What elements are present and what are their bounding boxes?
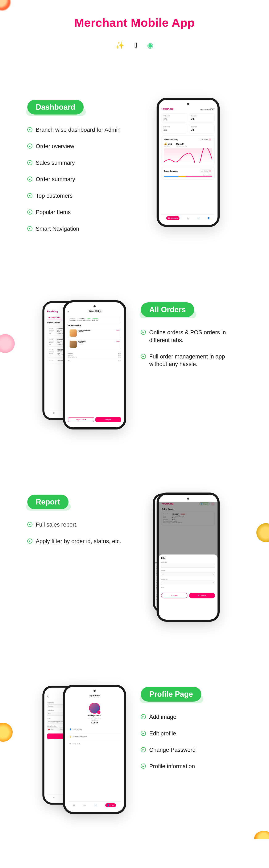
range-picker[interactable]: Last 30 Days xyxy=(200,138,212,141)
apple-icon:  xyxy=(134,41,137,50)
stat-card-returned[interactable]: Returned21 xyxy=(161,124,187,133)
back-icon[interactable]: ‹ xyxy=(47,695,48,698)
feature-text: Smart Navigation xyxy=(36,225,79,232)
stat-card-rejected[interactable]: Rejected21 xyxy=(189,124,215,133)
food-image xyxy=(69,330,77,337)
play-icon xyxy=(27,177,32,182)
nav-orders[interactable]: 🛍 xyxy=(84,804,86,806)
bag-icon: 🛍 xyxy=(187,217,189,219)
filter-customer-select[interactable]: --▾ xyxy=(161,581,215,585)
profile-features: Add image Edit profile Change Password P… xyxy=(141,713,242,770)
nav-orders[interactable]: 🛍 xyxy=(187,217,189,219)
filter-sheet-phone: FoodKing 🌐English ▾ Sales Report Order I… xyxy=(156,493,219,622)
profile-balance: $15.49 xyxy=(91,721,98,724)
stat-card-delivered[interactable]: Delivered21 xyxy=(161,113,187,123)
feature-text: Popular Items xyxy=(36,209,71,216)
logout-icon: ↪ xyxy=(69,743,72,745)
play-icon xyxy=(141,714,146,719)
play-icon xyxy=(141,747,146,752)
filter-order-id-input[interactable] xyxy=(161,564,215,568)
profile-phone: +1234567891 xyxy=(91,719,98,721)
stat-card-canceled[interactable]: Canceled21 xyxy=(189,113,215,123)
order-items-title: Order Details xyxy=(68,324,121,327)
app-logo: FoodKing xyxy=(47,310,58,313)
all-orders-pill: All Orders xyxy=(141,302,194,317)
flag-icon xyxy=(48,729,50,730)
tab-online[interactable]: 🛍 Online Order xyxy=(47,316,62,320)
nav-reports[interactable]: 📄 xyxy=(197,217,200,219)
nav-dashboard[interactable]: ▦ xyxy=(53,796,54,799)
lock-icon: 🔒 xyxy=(69,736,72,738)
nav-reports[interactable]: 📄 xyxy=(94,804,97,806)
play-icon xyxy=(141,330,146,335)
branch-name[interactable]: Bashundhara R/A xyxy=(201,109,215,111)
nav-profile[interactable]: 👤 xyxy=(207,217,210,219)
profile-email: madelynlubi@gmail.com xyxy=(88,717,101,719)
menu-change-password[interactable]: 🔒Change Password xyxy=(68,733,121,740)
profile-pill: Profile Page xyxy=(141,687,201,702)
feature-text: Order overview xyxy=(36,143,74,150)
sales-summary-panel: Sales SummaryLast 30 Days 💰 940Total Sal… xyxy=(161,135,215,165)
order-item: Iced Coffee1 X $6.99$6.99 xyxy=(68,339,121,349)
feature-text: Order summary xyxy=(36,176,75,183)
search-icon: 🔍 xyxy=(198,595,200,596)
doc-icon: 📄 xyxy=(197,217,200,219)
menu-logout[interactable]: ↪Log Out xyxy=(68,740,121,747)
order-summary-panel: Order SummaryLast 30 Days Delivered (70%… xyxy=(161,167,215,180)
play-icon xyxy=(141,354,146,359)
branch-label: Branch xyxy=(201,107,215,109)
country-code-select[interactable]: +220 xyxy=(47,727,58,731)
accept-order-button[interactable]: Accept ▾ xyxy=(95,417,121,422)
play-icon xyxy=(27,144,32,149)
dashboard-phone: FoodKing Branch Bashundhara R/A Delivere… xyxy=(156,98,219,227)
feature-text: Sales summary xyxy=(36,159,75,166)
filter-status-select[interactable]: --▾ xyxy=(161,572,215,576)
play-icon xyxy=(27,193,32,198)
reject-order-button[interactable]: Reject Order ▾ xyxy=(68,417,94,422)
page-title: Merchant Mobile App xyxy=(0,16,269,29)
feature-text: Full order management in app without any… xyxy=(149,353,242,368)
search-button[interactable]: 🔍Search xyxy=(189,593,215,598)
bottom-nav: ▦Dashboard 🛍 📄 👤 xyxy=(161,214,215,222)
menu-edit-profile[interactable]: 👤Edit Profile xyxy=(68,726,121,733)
play-icon xyxy=(141,764,146,769)
filter-status-label: Status xyxy=(161,570,215,571)
app-logo: FoodKing xyxy=(161,107,173,110)
order-header: Order ID:#2563987PaidDelivered Payment -… xyxy=(68,316,121,323)
feature-text: Branch wise dashboard for Admin xyxy=(36,126,121,134)
feature-text: Top customers xyxy=(36,192,73,199)
back-icon[interactable]: ‹ xyxy=(68,310,69,313)
play-icon xyxy=(27,210,32,215)
profile-section: Profile Page Add image Edit profile Chan… xyxy=(0,685,269,839)
filter-sheet: Filter Order ID Status--▾ Customer--▾ Da… xyxy=(159,555,217,620)
my-profile-phone: My Profile ✎ Madelyn Lubin madelynlubi@g… xyxy=(63,685,126,814)
clear-button[interactable]: ⊘Clear xyxy=(161,593,187,598)
nav-profile[interactable]: 👤Profile xyxy=(105,803,116,807)
feature-text: Full sales report. xyxy=(36,521,78,528)
dashboard-features: Branch wise dashboard for Admin Order ov… xyxy=(27,126,128,232)
clear-icon: ⊘ xyxy=(171,595,173,596)
filter-date-label: Date xyxy=(161,587,215,589)
nav-dashboard[interactable]: ▦ xyxy=(53,412,54,414)
chevron-down-icon: ▾ xyxy=(213,582,214,584)
play-icon xyxy=(27,127,32,132)
food-image xyxy=(69,341,77,348)
flutter-icon: ✨ xyxy=(116,41,124,50)
order-detail-phone: ‹Order Status Order ID:#2563987PaidDeliv… xyxy=(63,300,126,430)
nav-dashboard[interactable]: ▦ xyxy=(73,804,75,806)
decorative-blob xyxy=(0,0,10,10)
user-icon: 👤 xyxy=(207,217,210,219)
dashboard-section: Dashboard Branch wise dashboard for Admi… xyxy=(0,98,269,241)
nav-dashboard[interactable]: ▦Dashboard xyxy=(166,216,179,220)
chevron-down-icon: ▾ xyxy=(85,419,86,421)
edit-avatar-button[interactable]: ✎ xyxy=(97,711,100,714)
platform-icons: ✨  ◉ xyxy=(0,41,269,50)
calendar-icon xyxy=(209,138,211,141)
sales-chart xyxy=(164,148,212,163)
order-item: Kung Pao Chicken1 X $9.99$9.99 xyxy=(68,328,121,338)
report-section: Report Full sales report. Apply filter b… xyxy=(0,493,269,622)
dashboard-pill: Dashboard xyxy=(27,100,84,115)
report-features: Full sales report. Apply filter by order… xyxy=(27,521,128,545)
range-picker[interactable]: Last 30 Days xyxy=(200,169,212,173)
orders-list-title: Online Orders xyxy=(47,322,60,324)
